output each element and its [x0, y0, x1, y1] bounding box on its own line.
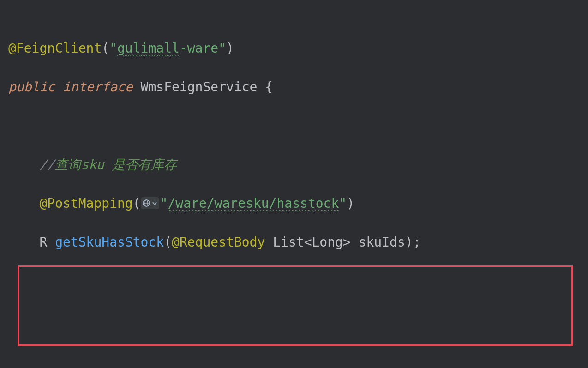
globe-icon[interactable] [141, 197, 159, 209]
code-editor[interactable]: @FeignClient("gulimall-ware") public int… [0, 0, 588, 368]
comment-line: //查询sku 是否有库存 [8, 155, 588, 175]
annotation-requestbody: @RequestBody [172, 235, 265, 250]
code-line: R getSkuHasStock(@RequestBody List<Long>… [8, 233, 588, 252]
code-line: @PostMapping("/ware/waresku/hasstock") [8, 194, 588, 213]
blank-line [8, 310, 588, 330]
blank-line [8, 116, 588, 136]
keyword-interface: interface [63, 79, 133, 95]
url-hasstock: /ware/waresku/hasstock [168, 196, 339, 211]
blank-line [8, 271, 588, 291]
code-line: public interface WmsFeignService { [8, 78, 588, 97]
method-getskuhasstock: getSkuHasStock [55, 235, 164, 250]
string-gulimall: gulimall [117, 41, 180, 56]
blank-line [8, 349, 588, 368]
annotation-postmapping: @PostMapping [39, 196, 132, 211]
keyword-public: public [8, 79, 55, 95]
annotation-feignclient: @FeignClient [8, 41, 102, 56]
string-ware-suffix: -ware [180, 41, 218, 56]
class-name: WmsFeignService [141, 79, 258, 95]
open-brace: { [265, 79, 273, 95]
code-line: @FeignClient("gulimall-ware") [8, 39, 588, 58]
